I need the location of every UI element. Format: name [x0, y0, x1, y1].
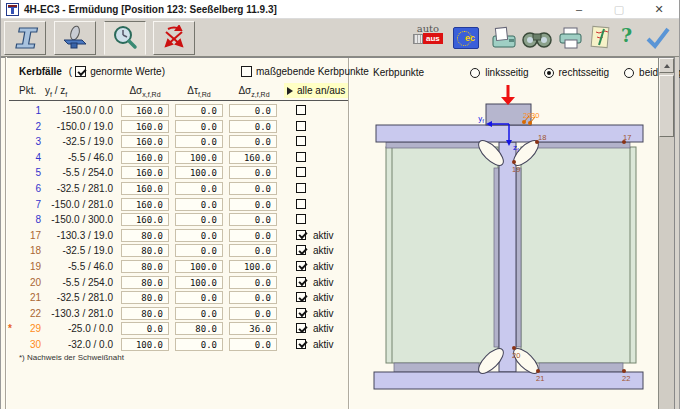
tab-stresses[interactable]: [153, 21, 195, 55]
aktiv-label: aktiv: [313, 339, 334, 350]
delta-sigma-x-input[interactable]: 160.0: [121, 166, 169, 179]
vertical-scrollbar[interactable]: [658, 58, 674, 409]
aktiv-checkbox[interactable]: [296, 183, 306, 193]
delta-tau-input[interactable]: 0.0: [175, 229, 223, 242]
delta-tau-input[interactable]: 0.0: [175, 291, 223, 304]
radio-linksseitig[interactable]: [470, 68, 480, 78]
aktiv-checkbox[interactable]: [296, 230, 306, 240]
delta-sigma-x-input[interactable]: 80.0: [121, 229, 169, 242]
scrollbar-thumb[interactable]: [659, 75, 674, 137]
aktiv-checkbox[interactable]: [296, 152, 306, 162]
help-button[interactable]: ?: [621, 24, 632, 46]
app-icon: [6, 3, 19, 16]
aktiv-checkbox[interactable]: [296, 245, 306, 255]
aktiv-checkbox[interactable]: [296, 105, 306, 115]
delta-sigma-z-input[interactable]: 0.0: [229, 276, 277, 289]
delta-sigma-x-input[interactable]: 80.0: [121, 291, 169, 304]
delta-sigma-x-input[interactable]: 160.0: [121, 104, 169, 117]
delta-sigma-z-input[interactable]: 36.0: [229, 322, 277, 335]
tab-profile[interactable]: [4, 21, 46, 55]
checkmark-icon: [645, 26, 671, 50]
delta-tau-input[interactable]: 100.0: [175, 151, 223, 164]
delta-sigma-x-input[interactable]: 80.0: [121, 260, 169, 273]
search-button[interactable]: [521, 26, 553, 50]
delta-tau-input[interactable]: 0.0: [175, 198, 223, 211]
delta-sigma-x-input[interactable]: 0.0: [121, 322, 169, 335]
weld-footnote-marker: *: [8, 323, 12, 334]
delta-tau-input[interactable]: 100.0: [175, 276, 223, 289]
delta-sigma-z-input[interactable]: 0.0: [229, 166, 277, 179]
export-button[interactable]: [490, 26, 518, 50]
delta-sigma-z-input[interactable]: 160.0: [229, 151, 277, 164]
point-coordinates: -150.0 / 281.0: [41, 199, 113, 210]
point-number: 6: [15, 183, 41, 194]
delta-sigma-z-input[interactable]: 100.0: [229, 260, 277, 273]
radio-beidseitig[interactable]: [624, 68, 634, 78]
delta-sigma-x-input[interactable]: 100.0: [121, 338, 169, 351]
delta-sigma-z-input[interactable]: 0.0: [229, 198, 277, 211]
delta-sigma-z-input[interactable]: 0.0: [229, 120, 277, 133]
aktiv-label: aktiv: [313, 308, 334, 319]
delta-sigma-z-input[interactable]: 0.0: [229, 291, 277, 304]
delta-sigma-x-input[interactable]: 80.0: [121, 307, 169, 320]
delta-sigma-z-input[interactable]: 0.0: [229, 135, 277, 148]
aktiv-checkbox[interactable]: [296, 167, 306, 177]
aktiv-checkbox[interactable]: [296, 339, 306, 349]
eurocode-button[interactable]: ec: [453, 27, 479, 49]
maximize-button[interactable]: ▢: [599, 0, 639, 18]
scroll-up-button[interactable]: [659, 58, 674, 73]
confirm-button[interactable]: [645, 26, 671, 50]
aktiv-checkbox[interactable]: [296, 277, 306, 287]
delta-sigma-z-input[interactable]: 0.0: [229, 307, 277, 320]
delta-sigma-z-input[interactable]: 0.0: [229, 338, 277, 351]
marker-21: 21: [536, 374, 544, 383]
delta-sigma-x-input[interactable]: 160.0: [121, 198, 169, 211]
toggle-all-button[interactable]: alle an/aus: [284, 83, 348, 98]
delta-sigma-x-input[interactable]: 80.0: [121, 244, 169, 257]
delta-tau-input[interactable]: 0.0: [175, 338, 223, 351]
delta-sigma-x-input[interactable]: 160.0: [121, 182, 169, 195]
delta-tau-input[interactable]: 0.0: [175, 213, 223, 226]
delta-sigma-x-input[interactable]: 160.0: [121, 213, 169, 226]
marker-17: 17: [623, 133, 631, 142]
delta-tau-input[interactable]: 0.0: [175, 120, 223, 133]
aktiv-checkbox[interactable]: [296, 136, 306, 146]
delta-sigma-z-input[interactable]: 0.0: [229, 213, 277, 226]
delta-sigma-z-input[interactable]: 0.0: [229, 182, 277, 195]
aktiv-label: aktiv: [313, 245, 334, 256]
tab-inspect[interactable]: [104, 21, 146, 55]
massgebende-checkbox[interactable]: [241, 66, 252, 77]
delta-sigma-z-input[interactable]: 0.0: [229, 229, 277, 242]
genormte-werte-checkbox[interactable]: [75, 66, 86, 77]
table-row: 30-32.0 / 0.0100.00.00.0aktiv: [1, 337, 348, 353]
aktiv-checkbox[interactable]: [296, 214, 306, 224]
delta-sigma-x-input[interactable]: 160.0: [121, 151, 169, 164]
auto-aus-toggle[interactable]: auto aus: [413, 24, 443, 44]
delta-tau-input[interactable]: 0.0: [175, 104, 223, 117]
delta-sigma-x-input[interactable]: 80.0: [121, 276, 169, 289]
tab-support[interactable]: [54, 21, 96, 55]
aktiv-checkbox[interactable]: [296, 261, 306, 271]
aktiv-checkbox[interactable]: [296, 308, 306, 318]
delta-sigma-x-input[interactable]: 160.0: [121, 135, 169, 148]
aktiv-checkbox[interactable]: [296, 292, 306, 302]
delta-tau-input[interactable]: 0.0: [175, 307, 223, 320]
delta-tau-input[interactable]: 100.0: [175, 260, 223, 273]
col-header-yz: yf / zf: [45, 85, 67, 98]
aktiv-checkbox[interactable]: [296, 121, 306, 131]
delta-tau-input[interactable]: 80.0: [175, 322, 223, 335]
aktiv-checkbox[interactable]: [296, 323, 306, 333]
delta-sigma-z-input[interactable]: 0.0: [229, 244, 277, 257]
print-button[interactable]: [557, 26, 585, 50]
delta-tau-input[interactable]: 0.0: [175, 135, 223, 148]
delta-tau-input[interactable]: 100.0: [175, 166, 223, 179]
delta-sigma-x-input[interactable]: 160.0: [121, 120, 169, 133]
radio-rechtsseitig[interactable]: [544, 68, 554, 78]
delta-tau-input[interactable]: 0.0: [175, 182, 223, 195]
notes-button[interactable]: [588, 25, 614, 51]
delta-sigma-z-input[interactable]: 0.0: [229, 104, 277, 117]
close-button[interactable]: ✕: [639, 0, 679, 18]
delta-tau-input[interactable]: 0.0: [175, 244, 223, 257]
minimize-button[interactable]: –: [559, 0, 599, 18]
aktiv-checkbox[interactable]: [296, 199, 306, 209]
